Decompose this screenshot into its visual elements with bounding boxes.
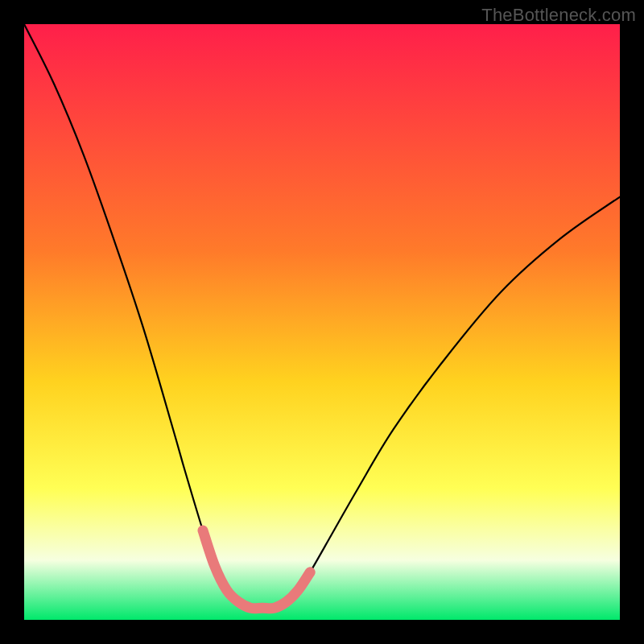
- gradient-background: [24, 24, 620, 620]
- watermark-text: TheBottleneck.com: [481, 5, 636, 26]
- plot-area: [24, 24, 620, 620]
- bottleneck-chart: [24, 24, 620, 620]
- chart-frame: TheBottleneck.com: [0, 0, 644, 644]
